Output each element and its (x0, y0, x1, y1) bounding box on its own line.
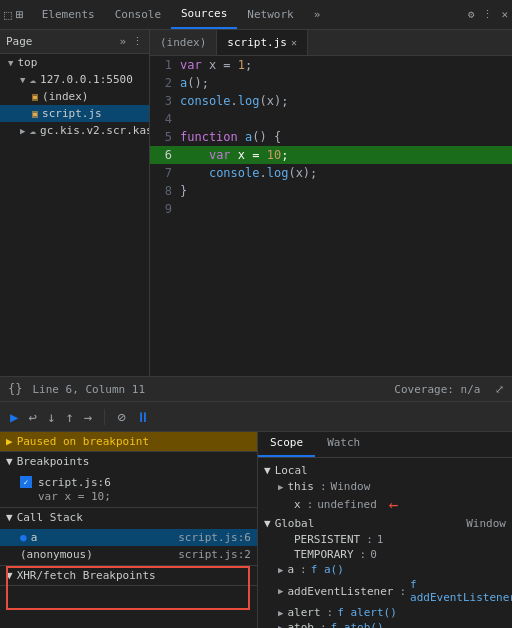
callstack-item-anon[interactable]: (anonymous) script.js:2 (0, 546, 257, 563)
more-actions-icon[interactable]: ⋮ (482, 8, 493, 21)
bottom-panel: ▶ Paused on breakpoint ▼ Breakpoints ✓ s… (0, 432, 512, 628)
scope-global-header[interactable]: ▼ Global Window (258, 515, 512, 532)
breakpoints-section: ▼ Breakpoints ✓ script.js:6 var x = 10; (0, 452, 257, 508)
cursor-position: Line 6, Column 11 (32, 383, 145, 396)
breakpoints-label: Breakpoints (17, 455, 90, 468)
scope-persistent: PERSISTENT : 1 (258, 532, 512, 547)
code-line-1: 1 var x = 1; (150, 56, 512, 74)
paused-label: Paused on breakpoint (17, 435, 149, 448)
triangle-down-icon: ▼ (8, 58, 13, 68)
scope-ael-triangle: ▶ (278, 586, 283, 596)
editor-tab-scriptjs[interactable]: script.js ✕ (217, 30, 308, 55)
scope-temporary: TEMPORARY : 0 (258, 547, 512, 562)
tab-more[interactable]: » (304, 0, 331, 29)
editor-tabs: (index) script.js ✕ (150, 30, 512, 56)
scope-panel: Scope Watch ▼ Local ▶ this : Window x : … (258, 432, 512, 628)
callstack-label: Call Stack (17, 511, 83, 524)
file-html-icon: ▣ (32, 91, 38, 102)
file-tree: Page » ⋮ ▼ top ▼ ☁ 127.0.0.1:5500 ▣ (ind… (0, 30, 150, 376)
tree-label-scriptjs: script.js (42, 107, 102, 120)
deactivate-button[interactable]: ⊘ (115, 407, 127, 427)
callstack-section: ▼ Call Stack ● a script.js:6 (anonymous)… (0, 508, 257, 566)
code-line-7: 7 console.log(x); (150, 164, 512, 182)
tree-item-index[interactable]: ▣ (index) (0, 88, 149, 105)
callstack-triangle-icon: ▼ (6, 511, 13, 524)
tab-sources[interactable]: Sources (171, 0, 237, 29)
triangle-right-icon: ▶ (20, 126, 25, 136)
breakpoints-header[interactable]: ▼ Breakpoints (0, 452, 257, 471)
scope-local-x: x : undefined ← (258, 494, 512, 515)
tree-item-server[interactable]: ▼ ☁ 127.0.0.1:5500 (0, 71, 149, 88)
callstack-header[interactable]: ▼ Call Stack (0, 508, 257, 527)
step-into-button[interactable]: ↓ (45, 407, 57, 427)
paused-header[interactable]: ▶ Paused on breakpoint (0, 432, 257, 451)
step-over-button[interactable]: ↩ (26, 407, 38, 427)
scope-item-triangle: ▶ (278, 482, 283, 492)
expand-icon[interactable]: ⤢ (495, 383, 504, 396)
file-tree-menu[interactable]: ⋮ (132, 35, 143, 48)
editor-tab-index-label: (index) (160, 36, 206, 49)
scope-alert-triangle: ▶ (278, 608, 283, 618)
tree-label-index: (index) (42, 90, 88, 103)
editor-tab-close-icon[interactable]: ✕ (291, 37, 297, 48)
debug-controls: ▶ ↩ ↓ ↑ → ⊘ ⏸ (0, 402, 512, 432)
callstack-item-a[interactable]: ● a script.js:6 (0, 529, 257, 546)
code-line-9: 9 (150, 200, 512, 218)
breakpoint-checkbox[interactable]: ✓ (20, 476, 32, 488)
resume-button[interactable]: ▶ (8, 407, 20, 427)
breakpoints-content: ✓ script.js:6 var x = 10; (0, 471, 257, 507)
callstack-content: ● a script.js:6 (anonymous) script.js:2 (0, 527, 257, 565)
tab-network[interactable]: Network (237, 0, 303, 29)
settings-icon[interactable]: ⚙ (468, 8, 475, 21)
arrow-indicator: ← (389, 495, 399, 514)
file-tree-more[interactable]: » (119, 35, 126, 48)
tree-item-gc[interactable]: ▶ ☁ gc.kis.v2.scr.kasp (0, 122, 149, 139)
debug-panel: ▶ Paused on breakpoint ▼ Breakpoints ✓ s… (0, 432, 258, 628)
undock-icon[interactable]: ⊞ (16, 7, 24, 22)
step-out-button[interactable]: ↑ (63, 407, 75, 427)
format-icon[interactable]: {} (8, 382, 22, 396)
pause-button[interactable]: ⏸ (134, 407, 152, 427)
scope-global-label: Global (275, 517, 315, 530)
scope-global-triangle-icon: ▼ (264, 517, 271, 530)
scope-tabs: Scope Watch (258, 432, 512, 458)
status-bar: {} Line 6, Column 11 Coverage: n/a ⤢ (0, 376, 512, 402)
scope-tab-scope[interactable]: Scope (258, 432, 315, 457)
editor-area: (index) script.js ✕ 1 var x = 1; 2 a(); … (150, 30, 512, 376)
tree-item-scriptjs[interactable]: ▣ script.js (0, 105, 149, 122)
breakpoint-file: script.js:6 (38, 475, 111, 490)
scope-local-header[interactable]: ▼ Local (258, 462, 512, 479)
callstack-fn-a: a (31, 531, 38, 544)
file-tree-title: Page (6, 35, 119, 48)
status-bar-left: {} Line 6, Column 11 (8, 382, 145, 396)
scope-a-fn: ▶ a : f a() (258, 562, 512, 577)
editor-tab-index[interactable]: (index) (150, 30, 217, 55)
code-line-4: 4 (150, 110, 512, 128)
top-tab-bar: ⬚ ⊞ Elements Console Sources Network » ⚙… (0, 0, 512, 30)
cloud-icon: ☁ (29, 73, 36, 86)
code-line-8: 8 } (150, 182, 512, 200)
scope-local-label: Local (275, 464, 308, 477)
close-icon[interactable]: ✕ (501, 8, 508, 21)
code-line-2: 2 a(); (150, 74, 512, 92)
callstack-file-a: script.js:6 (178, 531, 251, 544)
step-button[interactable]: → (82, 407, 94, 427)
breakpoint-info: script.js:6 var x = 10; (38, 475, 111, 503)
scope-atob: ▶ atob : f atob() (258, 620, 512, 628)
tree-label-gc: gc.kis.v2.scr.kasp (40, 124, 149, 137)
tree-item-top[interactable]: ▼ top (0, 54, 149, 71)
scope-content: ▼ Local ▶ this : Window x : undefined ← … (258, 458, 512, 628)
xhr-triangle-icon: ▼ (6, 569, 13, 582)
xhr-label: XHR/fetch Breakpoints (17, 569, 156, 582)
tree-label-top: top (17, 56, 37, 69)
scope-local-this: ▶ this : Window (258, 479, 512, 494)
breakpoints-triangle-icon: ▼ (6, 455, 13, 468)
tab-elements[interactable]: Elements (32, 0, 105, 29)
dock-icon[interactable]: ⬚ (4, 7, 12, 22)
callstack-file-anon: script.js:2 (178, 548, 251, 561)
file-tree-header: Page » ⋮ (0, 30, 149, 54)
tab-console[interactable]: Console (105, 0, 171, 29)
scope-tab-watch[interactable]: Watch (315, 432, 372, 457)
xhr-header[interactable]: ▼ XHR/fetch Breakpoints (0, 566, 257, 585)
scope-local-triangle-icon: ▼ (264, 464, 271, 477)
